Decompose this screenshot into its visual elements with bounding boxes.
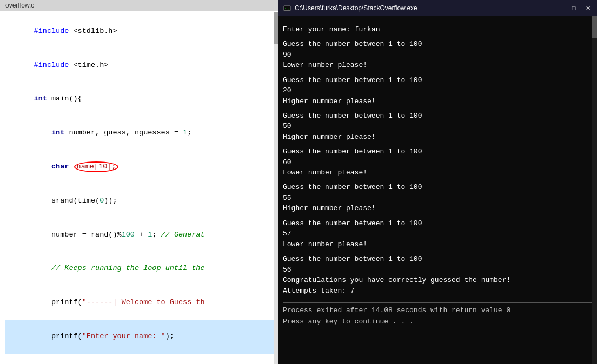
- annotation-name10: name[10];: [74, 161, 119, 172]
- console-line: Guess the number between 1 to 100: [283, 254, 593, 265]
- code-area: #include <stdlib.h> #include <time.h> in…: [0, 11, 278, 363]
- svg-text:C:\: C:\: [285, 7, 289, 10]
- console-line: 55: [283, 193, 593, 204]
- editor-tab[interactable]: overflow.c: [0, 0, 278, 11]
- console-line: 57: [283, 228, 593, 239]
- console-line: Higher nummber please!: [283, 96, 593, 107]
- editor-pane: overflow.c #include <stdlib.h> #include …: [0, 0, 278, 364]
- console-line: Guess the number between 1 to 100: [283, 218, 593, 229]
- console-line: 50: [283, 121, 593, 132]
- code-line: srand(time(0));: [5, 184, 278, 218]
- console-line: Higher nummber please!: [283, 132, 593, 143]
- code-line: printf("------| Welcome to Guess th: [5, 286, 278, 320]
- console-body: Enter your name: furkan Guess the number…: [278, 16, 597, 364]
- window-controls: — □ ✕: [555, 3, 593, 13]
- console-line: Lower number please!: [283, 60, 593, 71]
- console-line: 20: [283, 85, 593, 96]
- tab-label: overflow.c: [5, 2, 34, 9]
- code-line: #include <stdlib.h>: [5, 15, 278, 49]
- console-line: Guess the number between 1 to 100: [283, 111, 593, 122]
- console-line: 56: [283, 265, 593, 275]
- code-line-highlighted: printf("Enter your name: ");: [5, 320, 278, 354]
- console-line: Congratulations you have correctly guess…: [283, 275, 593, 286]
- console-line: [283, 250, 593, 254]
- console-line: Press any key to continue . . .: [283, 316, 593, 327]
- console-line: Enter your name: furkan: [283, 24, 593, 35]
- close-button[interactable]: ✕: [583, 3, 593, 13]
- code-line: int main(){: [5, 83, 278, 117]
- console-pane: C:\ C:\Users\furka\Desktop\StackOverflow…: [278, 0, 597, 364]
- code-line: int number, guess, nguesses = 1;: [5, 116, 278, 150]
- console-separator: [283, 22, 593, 22]
- console-line: [283, 106, 593, 111]
- console-line: Guess the number between 1 to 100: [283, 146, 593, 157]
- code-line: scanf("%s", name);: [5, 354, 278, 363]
- console-line: 60: [283, 157, 593, 168]
- code-line: // Keeps running the loop until the: [5, 252, 278, 286]
- console-line: Attempts taken: 7: [283, 286, 593, 296]
- console-titlebar: C:\ C:\Users\furka\Desktop\StackOverflow…: [278, 0, 597, 16]
- console-line: Guess the number between 1 to 100: [283, 182, 593, 193]
- console-line: [283, 35, 593, 39]
- console-line: Guess the number between 1 to 100: [283, 39, 593, 50]
- console-line: Higher nummber please!: [283, 203, 593, 214]
- console-line: [283, 214, 593, 218]
- console-scrollbar[interactable]: [592, 16, 597, 364]
- console-icon: C:\: [283, 4, 291, 12]
- console-title-text: C:\Users\furka\Desktop\StackOverflow.exe: [295, 4, 555, 12]
- console-line: 90: [283, 50, 593, 60]
- console-scrollbar-thumb[interactable]: [592, 16, 597, 38]
- console-line: [283, 178, 593, 183]
- code-line: #include <time.h>: [5, 49, 278, 83]
- console-line: Guess the number between 1 to 100: [283, 75, 593, 86]
- console-separator: [283, 302, 593, 303]
- console-line: Process exited after 14.08 seconds with …: [283, 305, 593, 316]
- console-line: Lower number please!: [283, 167, 593, 178]
- console-line: Lower number please!: [283, 239, 593, 250]
- console-line: [283, 142, 593, 146]
- code-line: number = rand()%100 + 1; // Generat: [5, 218, 278, 252]
- maximize-button[interactable]: □: [569, 3, 579, 13]
- code-line: char name[10];: [5, 150, 278, 184]
- console-line: [283, 71, 593, 75]
- minimize-button[interactable]: —: [555, 3, 565, 13]
- editor-scrollbar[interactable]: [274, 12, 278, 364]
- scrollbar-thumb[interactable]: [274, 12, 278, 44]
- console-line: [283, 296, 593, 300]
